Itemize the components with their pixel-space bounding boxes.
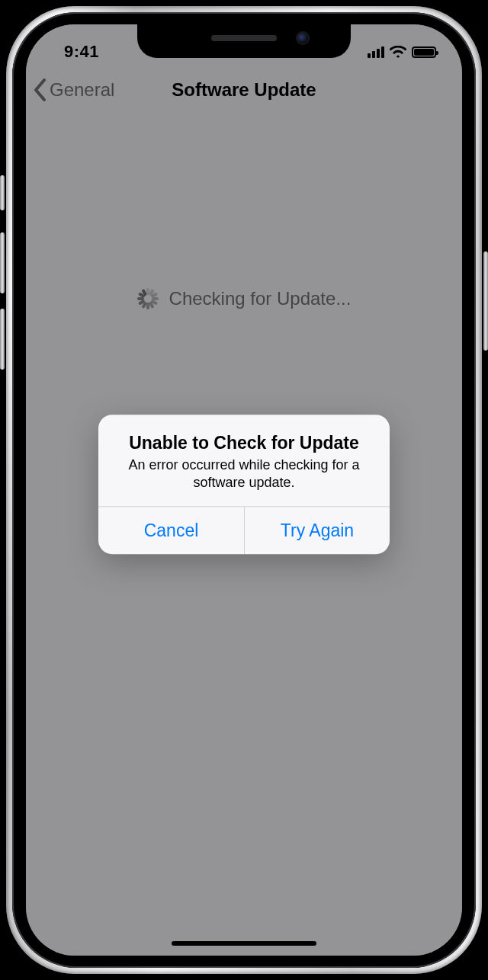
alert-title: Unable to Check for Update (114, 433, 374, 453)
power-button (483, 251, 488, 351)
try-again-button[interactable]: Try Again (244, 507, 390, 554)
home-indicator[interactable] (172, 941, 316, 946)
volume-down-button (0, 309, 5, 370)
volume-up-button (0, 232, 5, 293)
alert-body: Unable to Check for Update An error occu… (98, 415, 390, 506)
mute-switch (0, 175, 5, 210)
speaker-grille (211, 35, 277, 41)
alert-message: An error occurred while checking for a s… (114, 456, 374, 491)
notch (137, 24, 351, 58)
cancel-button[interactable]: Cancel (98, 507, 244, 554)
front-camera (297, 33, 308, 43)
screen: 9:41 General Software Update Checking fo… (26, 24, 462, 956)
alert-dialog: Unable to Check for Update An error occu… (98, 415, 390, 554)
alert-button-row: Cancel Try Again (98, 506, 390, 554)
